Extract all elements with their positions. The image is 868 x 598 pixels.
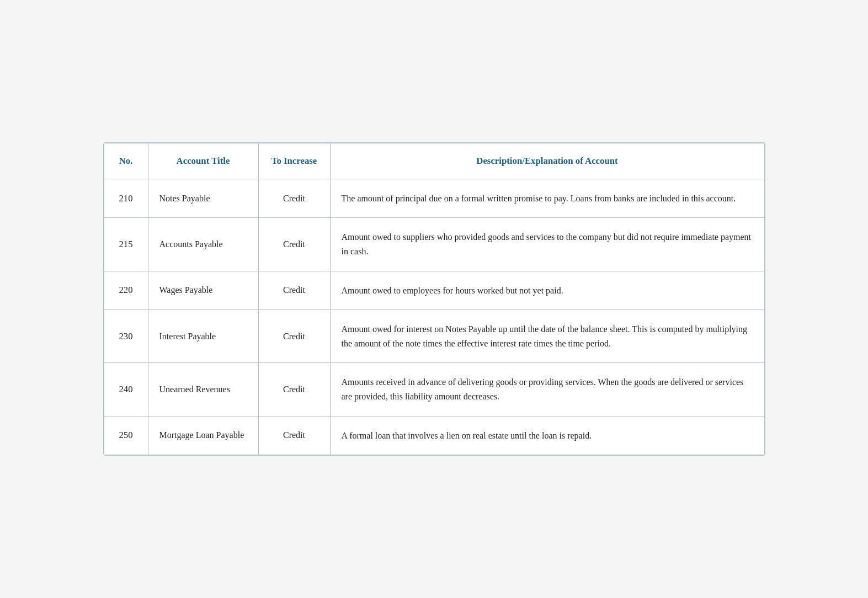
- header-to-increase: To Increase: [258, 143, 330, 179]
- cell-to-increase: Credit: [258, 310, 330, 363]
- main-table-container: No. Account Title To Increase Descriptio…: [103, 142, 765, 456]
- cell-no: 250: [104, 416, 148, 455]
- cell-account-title: Wages Payable: [148, 271, 258, 310]
- cell-description: Amount owed to employees for hours worke…: [330, 271, 764, 310]
- cell-to-increase: Credit: [258, 271, 330, 310]
- accounts-table: No. Account Title To Increase Descriptio…: [104, 143, 765, 455]
- cell-no: 215: [104, 218, 148, 271]
- header-account-title: Account Title: [148, 143, 258, 179]
- table-header-row: No. Account Title To Increase Descriptio…: [104, 143, 764, 179]
- cell-description: The amount of principal due on a formal …: [330, 179, 764, 218]
- cell-account-title: Unearned Revenues: [148, 363, 258, 416]
- cell-no: 230: [104, 310, 148, 363]
- cell-account-title: Notes Payable: [148, 179, 258, 218]
- table-row: 220Wages PayableCreditAmount owed to emp…: [104, 271, 764, 310]
- cell-description: A formal loan that involves a lien on re…: [330, 416, 764, 455]
- header-description: Description/Explanation of Account: [330, 143, 764, 179]
- table-row: 250Mortgage Loan PayableCreditA formal l…: [104, 416, 764, 455]
- cell-description: Amount owed to suppliers who provided go…: [330, 218, 764, 271]
- cell-account-title: Accounts Payable: [148, 218, 258, 271]
- cell-no: 220: [104, 271, 148, 310]
- cell-account-title: Interest Payable: [148, 310, 258, 363]
- table-row: 210Notes PayableCreditThe amount of prin…: [104, 179, 764, 218]
- cell-to-increase: Credit: [258, 218, 330, 271]
- cell-description: Amount owed for interest on Notes Payabl…: [330, 310, 764, 363]
- cell-account-title: Mortgage Loan Payable: [148, 416, 258, 455]
- cell-to-increase: Credit: [258, 416, 330, 455]
- table-row: 215Accounts PayableCreditAmount owed to …: [104, 218, 764, 271]
- header-no: No.: [104, 143, 148, 179]
- cell-to-increase: Credit: [258, 363, 330, 416]
- cell-no: 210: [104, 179, 148, 218]
- cell-description: Amounts received in advance of deliverin…: [330, 363, 764, 416]
- cell-no: 240: [104, 363, 148, 416]
- table-row: 240Unearned RevenuesCreditAmounts receiv…: [104, 363, 764, 416]
- cell-to-increase: Credit: [258, 179, 330, 218]
- table-row: 230Interest PayableCreditAmount owed for…: [104, 310, 764, 363]
